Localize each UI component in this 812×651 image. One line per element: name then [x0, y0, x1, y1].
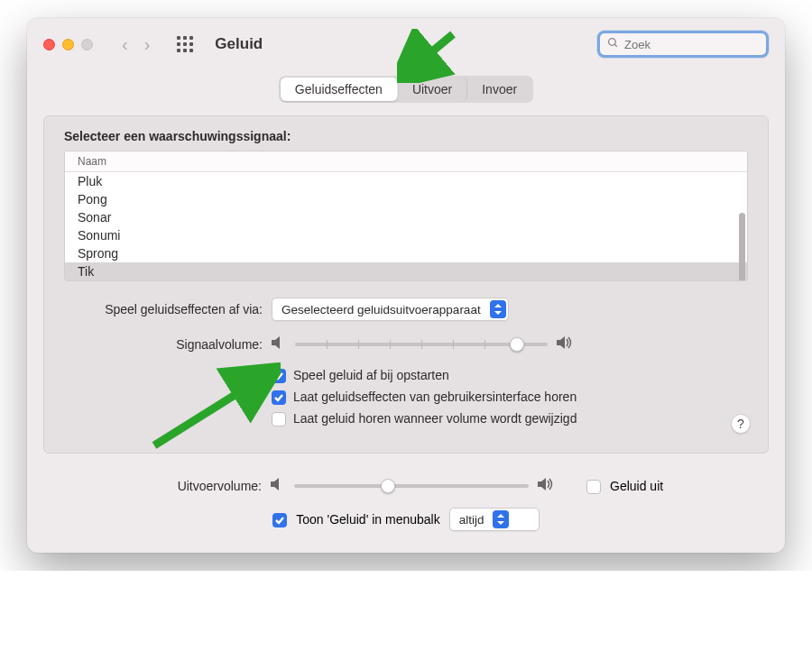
svg-marker-5 [494, 311, 502, 315]
window-controls [43, 39, 93, 50]
tabs-segmented-control: Geluidseffecten Uitvoer Invoer [279, 76, 533, 103]
sound-effects-panel: Selecteer een waarschuwingssignaal: Naam… [43, 115, 769, 454]
speaker-high-icon [538, 478, 556, 494]
startup-sound-label: Speel geluid af bij opstarten [293, 368, 449, 382]
ui-sound-effects-label: Laat geluidseffecten van gebruikersinter… [293, 390, 577, 404]
page-title: Geluid [215, 35, 263, 53]
volume-feedback-checkbox[interactable] [272, 412, 286, 426]
footer: Uitvoervolume: Geluid uit Toon 'Geluid' … [27, 470, 785, 553]
show-in-menubar-checkbox[interactable] [272, 513, 287, 527]
annotation-arrow-checkboxes [145, 362, 281, 453]
svg-line-1 [614, 44, 617, 47]
menubar-row: Toon 'Geluid' in menubalk altijd [63, 508, 749, 531]
checkbox-group: Speel geluid af bij opstarten Laat gelui… [272, 368, 748, 433]
mute-checkbox[interactable] [586, 480, 601, 494]
startup-sound-checkbox[interactable] [272, 369, 286, 383]
ui-sound-effects-checkbox[interactable] [272, 390, 286, 405]
table-row[interactable]: Pluk [65, 172, 747, 190]
table-row-selected[interactable]: Tik [65, 262, 747, 280]
svg-marker-10 [271, 478, 279, 491]
close-window-button[interactable] [43, 39, 55, 50]
titlebar: ‹ › Geluid [27, 18, 785, 67]
output-volume-label: Uitvoervolume: [63, 479, 262, 493]
table-row[interactable]: Sonar [65, 208, 747, 226]
show-all-icon[interactable] [177, 36, 193, 52]
svg-marker-13 [497, 521, 504, 525]
search-input[interactable] [624, 38, 759, 51]
play-through-popup[interactable]: Geselecteerd geluidsuitvoerapparaat [272, 298, 509, 321]
table-row[interactable]: Sprong [65, 244, 747, 262]
output-volume-knob[interactable] [381, 479, 395, 493]
alert-volume-label: Signaalvolume: [64, 337, 263, 352]
play-through-label: Speel geluidseffecten af via: [64, 302, 263, 316]
svg-marker-12 [497, 514, 504, 518]
scrollbar-thumb[interactable] [739, 213, 745, 281]
zoom-window-button[interactable] [81, 39, 93, 50]
svg-marker-6 [272, 336, 280, 349]
svg-marker-4 [494, 304, 502, 307]
help-button[interactable]: ? [731, 414, 751, 434]
speaker-high-icon [557, 336, 575, 353]
play-through-value: Geselecteerd geluidsuitvoerapparaat [281, 303, 481, 316]
tab-output[interactable]: Uitvoer [398, 78, 467, 101]
show-in-menubar-label: Toon 'Geluid' in menubalk [296, 512, 439, 527]
alert-volume-row [272, 335, 748, 353]
back-button[interactable]: ‹ [122, 35, 128, 53]
menubar-when-value: altijd [459, 513, 484, 527]
volume-feedback-label: Laat geluid horen wanneer volume wordt g… [293, 411, 577, 426]
sound-preferences-window: ‹ › Geluid Geluidseffecten Uitvoer Invoe… [27, 18, 785, 553]
alert-sound-heading: Selecteer een waarschuwingssignaal: [64, 129, 748, 143]
alert-sounds-list[interactable]: Pluk Pong Sonar Sonumi Sprong Tik [65, 172, 747, 280]
svg-line-9 [154, 379, 261, 445]
speaker-low-icon [271, 478, 285, 494]
mute-label: Geluid uit [610, 479, 663, 493]
tab-input[interactable]: Invoer [467, 78, 531, 101]
menubar-when-popup[interactable]: altijd [449, 508, 540, 531]
forward-button[interactable]: › [144, 35, 151, 53]
alert-volume-knob[interactable] [510, 337, 524, 352]
output-volume-slider[interactable] [294, 477, 529, 495]
effects-form: Speel geluidseffecten af via: Geselectee… [64, 298, 748, 433]
minimize-window-button[interactable] [62, 39, 74, 50]
alert-sounds-table: Naam Pluk Pong Sonar Sonumi Sprong Tik [64, 151, 748, 281]
alert-volume-slider[interactable] [295, 335, 548, 353]
popup-arrows-icon [493, 510, 509, 528]
table-row[interactable]: Pong [65, 190, 747, 208]
table-row[interactable]: Sonumi [65, 226, 747, 244]
svg-point-0 [609, 39, 616, 46]
search-field-container[interactable] [597, 31, 769, 58]
tabs-row: Geluidseffecten Uitvoer Invoer [27, 67, 785, 115]
svg-marker-11 [538, 478, 546, 491]
table-header-name[interactable]: Naam [65, 151, 747, 172]
search-icon [607, 37, 619, 51]
speaker-low-icon [272, 336, 286, 353]
svg-marker-7 [557, 336, 565, 349]
nav-arrows: ‹ › [122, 35, 150, 53]
popup-arrows-icon [490, 300, 506, 318]
tab-sound-effects[interactable]: Geluidseffecten [281, 78, 398, 101]
output-volume-row: Geluid uit [271, 477, 749, 495]
